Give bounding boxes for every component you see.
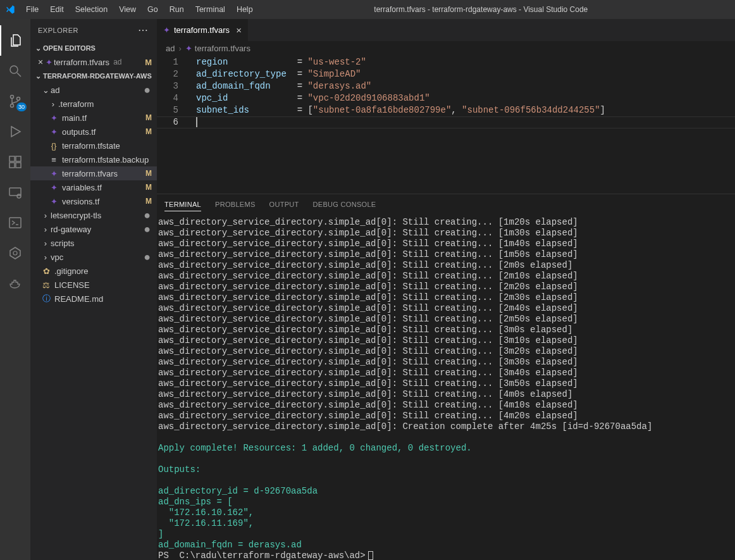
- tree-file-outputs-tf[interactable]: ✦ outputs.tf M: [30, 125, 157, 139]
- chevron-down-icon: ⌄: [33, 72, 43, 80]
- terraform-icon: ✦: [163, 25, 170, 35]
- tree-file-main-tf[interactable]: ✦ main.tf M: [30, 111, 157, 125]
- svg-rect-5: [9, 156, 15, 161]
- code-string: "vpc-02d20d9106883abd1": [307, 93, 429, 103]
- close-icon[interactable]: ×: [236, 25, 242, 35]
- panel-tab-terminal[interactable]: TERMINAL: [164, 201, 201, 211]
- code-pad: [249, 105, 292, 115]
- vscode-logo-icon: [5, 4, 15, 15]
- tree-label: .terraform: [58, 99, 157, 109]
- more-icon[interactable]: ⋯: [138, 24, 149, 36]
- tree-label: outputs.tf: [62, 127, 145, 137]
- tree-label: ad: [51, 85, 144, 95]
- open-editor-item[interactable]: × ✦ terraform.tfvars ad M: [30, 55, 157, 69]
- gear-icon: ✿: [40, 266, 52, 276]
- folder-header[interactable]: ⌄ TERRAFORM-RDGATEWAY-AWS: [30, 69, 157, 83]
- panel-tab-output[interactable]: OUTPUT: [269, 201, 299, 208]
- tree-folder-terraform[interactable]: › .terraform: [30, 97, 157, 111]
- file-icon: ≡: [48, 155, 59, 165]
- open-editors-label: OPEN EDITORS: [43, 44, 96, 52]
- tree-label: variables.tf: [62, 183, 145, 192]
- activity-kubernetes[interactable]: [0, 238, 30, 268]
- activity-remote[interactable]: [0, 177, 30, 208]
- license-icon: ⚖: [40, 280, 52, 290]
- play-icon: [8, 124, 23, 139]
- tree-label: rd-gateway: [51, 225, 144, 234]
- terraform-icon: ✦: [185, 44, 192, 53]
- chevron-right-icon: ›: [40, 239, 51, 248]
- tree-label: main.tf: [62, 113, 145, 123]
- json-icon: {}: [48, 141, 59, 151]
- panel-tab-problems[interactable]: PROBLEMS: [215, 201, 256, 208]
- menu-selection[interactable]: Selection: [70, 5, 113, 14]
- activity-powershell[interactable]: [0, 208, 30, 238]
- tree-label: scripts: [51, 239, 157, 248]
- svg-point-2: [11, 96, 14, 99]
- svg-point-13: [13, 251, 17, 255]
- activity-explorer[interactable]: [0, 25, 30, 56]
- breadcrumb-segment[interactable]: terraform.tfvars: [195, 44, 250, 53]
- activity-search[interactable]: [0, 56, 30, 86]
- panel-tab-debug[interactable]: DEBUG CONSOLE: [313, 201, 376, 208]
- tab-terraform-tfvars[interactable]: ✦ terraform.tfvars ×: [157, 19, 249, 41]
- code-pad: [287, 69, 292, 79]
- tree-folder-ad[interactable]: ⌄ ad ●: [30, 83, 157, 97]
- scm-badge: 30: [16, 103, 27, 111]
- code-pad: [228, 57, 292, 67]
- open-editor-status: M: [145, 58, 152, 67]
- menu-run[interactable]: Run: [164, 5, 190, 14]
- tree-file-readme[interactable]: ⓘ README.md: [30, 292, 157, 306]
- code-token: vpc_id: [196, 93, 228, 103]
- tree-folder-vpc[interactable]: › vpc ●: [30, 250, 157, 264]
- tree-file-variables-tf[interactable]: ✦ variables.tf M: [30, 180, 157, 194]
- svg-point-3: [11, 104, 14, 108]
- terraform-icon: ✦: [48, 113, 59, 123]
- tree-file-versions-tf[interactable]: ✦ versions.tf M: [30, 194, 157, 208]
- terraform-icon: ✦: [48, 197, 59, 206]
- terminal-content[interactable]: aws_directory_service_directory.simple_a…: [157, 215, 735, 560]
- tree-file-tfstate-backup[interactable]: ≡ terraform.tfstate.backup: [30, 152, 157, 166]
- tree-file-tfstate[interactable]: {} terraform.tfstate: [30, 139, 157, 152]
- svg-rect-8: [16, 156, 21, 161]
- menu-go[interactable]: Go: [142, 5, 164, 14]
- file-tree: ⌄ ad ● › .terraform ✦ main.tf M ✦ output…: [30, 83, 157, 306]
- code-editor[interactable]: 123456 region = "us-west-2" ad_directory…: [157, 55, 735, 193]
- code-content[interactable]: region = "us-west-2" ad_directory_type =…: [187, 56, 735, 193]
- activity-bar: 30: [0, 19, 30, 560]
- docker-icon: [8, 276, 23, 291]
- menu-view[interactable]: View: [113, 5, 142, 14]
- menu-edit[interactable]: Edit: [44, 5, 70, 14]
- menu-file[interactable]: File: [20, 5, 44, 14]
- modified-dot: ●: [144, 88, 157, 92]
- menu-help[interactable]: Help: [231, 5, 259, 14]
- tree-folder-scripts[interactable]: › scripts: [30, 236, 157, 250]
- chevron-down-icon: ⌄: [40, 85, 51, 95]
- activity-source-control[interactable]: 30: [0, 86, 30, 116]
- activity-extensions[interactable]: [0, 147, 30, 177]
- activity-docker[interactable]: [0, 268, 30, 299]
- open-editors-header[interactable]: ⌄ OPEN EDITORS: [30, 41, 157, 55]
- breadcrumb[interactable]: ad › ✦ terraform.tfvars: [157, 41, 735, 55]
- close-icon[interactable]: ×: [35, 57, 46, 67]
- terraform-icon: ✦: [48, 127, 59, 137]
- search-icon: [8, 63, 23, 78]
- tree-label: letsencrypt-tls: [51, 211, 144, 220]
- code-token: subnet_ids: [196, 105, 249, 115]
- svg-rect-6: [9, 163, 15, 168]
- tree-folder-rd-gateway[interactable]: › rd-gateway ●: [30, 222, 157, 236]
- terminal-icon: [8, 215, 23, 230]
- terraform-icon: ✦: [46, 58, 52, 67]
- tree-file-license[interactable]: ⚖ LICENSE: [30, 278, 157, 292]
- tree-file-gitignore[interactable]: ✿ .gitignore: [30, 264, 157, 278]
- code-string: "derasys.ad": [307, 81, 371, 91]
- tree-label: versions.tf: [62, 197, 145, 206]
- tree-label: terraform.tfstate: [62, 141, 157, 151]
- activity-run-debug[interactable]: [0, 116, 30, 147]
- tree-label: vpc: [51, 252, 144, 262]
- tree-folder-letsencrypt[interactable]: › letsencrypt-tls ●: [30, 208, 157, 222]
- bottom-panel: TERMINAL PROBLEMS OUTPUT DEBUG CONSOLE a…: [157, 193, 735, 560]
- tree-file-tfvars[interactable]: ✦ terraform.tfvars M: [30, 166, 157, 180]
- tree-label: .gitignore: [54, 266, 157, 276]
- breadcrumb-segment[interactable]: ad: [166, 44, 175, 53]
- menu-terminal[interactable]: Terminal: [190, 5, 231, 14]
